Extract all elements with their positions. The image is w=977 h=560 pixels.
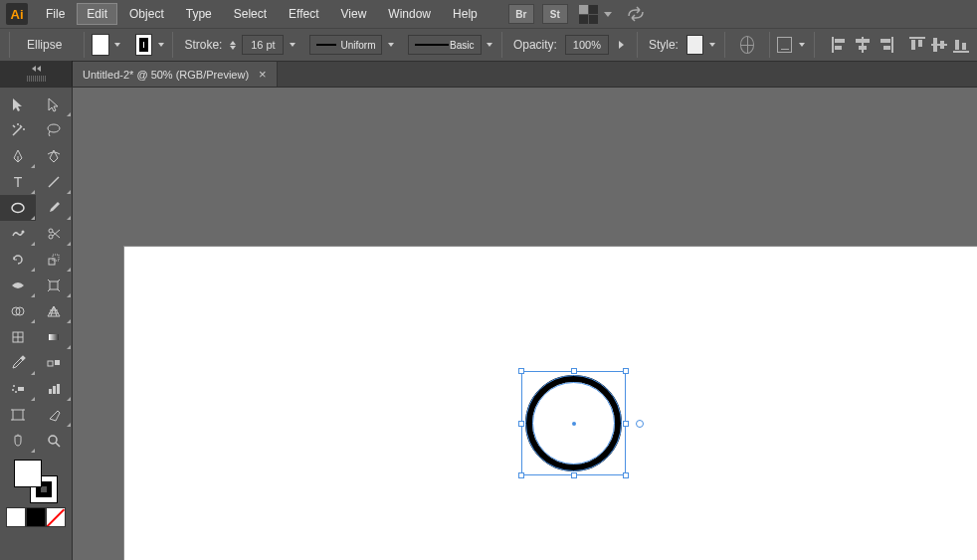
symbol-sprayer-tool[interactable]: [0, 376, 36, 402]
svg-point-19: [12, 389, 14, 391]
style-dropdown[interactable]: [707, 34, 716, 56]
column-graph-tool[interactable]: [36, 376, 72, 402]
fill-color-icon[interactable]: [14, 460, 42, 487]
menu-object[interactable]: Object: [119, 3, 174, 25]
rotate-handle[interactable]: [636, 420, 644, 428]
tab-title: Untitled-2* @ 50% (RGB/Preview): [83, 69, 249, 81]
svg-rect-15: [48, 361, 53, 366]
menu-type[interactable]: Type: [176, 3, 222, 25]
handle-mid-left[interactable]: [518, 421, 524, 427]
tab-close-button[interactable]: ×: [259, 67, 267, 82]
direct-selection-tool[interactable]: [36, 92, 72, 117]
handle-bot-right[interactable]: [623, 472, 629, 478]
menu-view[interactable]: View: [331, 3, 377, 25]
eyedropper-tool[interactable]: [0, 350, 36, 376]
line-tool[interactable]: [36, 169, 72, 195]
slice-tool[interactable]: [36, 402, 72, 428]
menu-edit[interactable]: Edit: [77, 3, 117, 25]
menu-select[interactable]: Select: [224, 3, 277, 25]
shaper-tool[interactable]: [0, 221, 36, 247]
width-tool[interactable]: [0, 273, 36, 298]
selection-center-icon: [572, 422, 576, 426]
svg-rect-14: [20, 355, 26, 361]
color-mode-gradient[interactable]: [26, 507, 46, 527]
rotate-tool[interactable]: [0, 247, 36, 273]
handle-mid-right[interactable]: [623, 421, 629, 427]
fill-dropdown[interactable]: [113, 34, 122, 56]
bridge-button[interactable]: Br: [508, 4, 534, 24]
recolor-artwork-icon[interactable]: [740, 36, 754, 54]
stroke-weight-dropdown[interactable]: [288, 34, 296, 56]
main-area: T: [0, 88, 977, 560]
stock-button[interactable]: St: [542, 4, 568, 24]
type-tool[interactable]: T: [0, 169, 36, 195]
document-setup-icon[interactable]: [777, 37, 791, 53]
align-bottom-icon[interactable]: [953, 37, 971, 53]
opacity-input[interactable]: [565, 35, 609, 55]
handle-top-mid[interactable]: [571, 368, 577, 374]
sync-settings-icon[interactable]: [626, 6, 646, 22]
selected-ellipse-object[interactable]: [521, 371, 626, 475]
ellipse-tool[interactable]: [0, 195, 36, 221]
lasso-tool[interactable]: [36, 117, 72, 143]
handle-top-left[interactable]: [518, 368, 524, 374]
pen-tool[interactable]: [0, 143, 36, 169]
handle-bot-mid[interactable]: [571, 472, 577, 478]
svg-rect-21: [49, 389, 52, 394]
align-panel: [832, 37, 971, 53]
gradient-tool[interactable]: [36, 324, 72, 350]
color-mode-solid[interactable]: [6, 507, 26, 527]
menu-file[interactable]: File: [36, 3, 75, 25]
doc-dropdown[interactable]: [798, 34, 807, 56]
fill-swatch[interactable]: [92, 34, 109, 56]
width-profile-dropdown[interactable]: [386, 34, 395, 56]
selected-tool-label: Ellipse: [17, 38, 77, 52]
scissors-tool[interactable]: [36, 221, 72, 247]
paintbrush-tool[interactable]: [36, 195, 72, 221]
brush-definition[interactable]: Basic: [408, 35, 481, 55]
zoom-tool[interactable]: [36, 428, 72, 454]
curvature-tool[interactable]: [36, 143, 72, 169]
free-transform-tool[interactable]: [36, 273, 72, 298]
scale-tool[interactable]: [36, 247, 72, 273]
canvas-viewport[interactable]: [73, 88, 977, 560]
stroke-swatch[interactable]: [135, 34, 153, 56]
stroke-dropdown[interactable]: [156, 34, 165, 56]
svg-rect-17: [18, 387, 24, 391]
mesh-tool[interactable]: [0, 324, 36, 350]
document-tab[interactable]: Untitled-2* @ 50% (RGB/Preview) ×: [73, 62, 278, 87]
color-mode-none[interactable]: [46, 507, 66, 527]
align-right-icon[interactable]: [876, 37, 893, 53]
stroke-weight-input[interactable]: [242, 35, 284, 55]
svg-point-4: [22, 231, 25, 234]
align-top-icon[interactable]: [909, 37, 927, 53]
brush-dropdown[interactable]: [486, 34, 494, 56]
panel-collapse-button[interactable]: [0, 61, 73, 87]
opacity-flyout-icon[interactable]: [619, 41, 624, 49]
blend-tool[interactable]: [36, 350, 72, 376]
handle-bot-left[interactable]: [518, 472, 524, 478]
arrange-documents-button[interactable]: [579, 5, 612, 24]
svg-point-18: [13, 385, 15, 387]
artboard-tool[interactable]: [0, 402, 36, 428]
shape-builder-tool[interactable]: [0, 298, 36, 324]
fill-stroke-control[interactable]: [14, 460, 58, 503]
svg-line-26: [56, 443, 60, 447]
document-tab-bar: Untitled-2* @ 50% (RGB/Preview) ×: [0, 62, 977, 88]
svg-rect-24: [13, 410, 23, 420]
menu-effect[interactable]: Effect: [279, 3, 328, 25]
align-vcenter-icon[interactable]: [931, 37, 949, 53]
svg-point-3: [12, 204, 24, 213]
align-left-icon[interactable]: [832, 37, 850, 53]
menu-window[interactable]: Window: [378, 3, 441, 25]
stroke-stepper[interactable]: [230, 41, 236, 50]
hand-tool[interactable]: [0, 428, 36, 454]
graphic-style-swatch[interactable]: [686, 35, 704, 55]
align-hcenter-icon[interactable]: [854, 37, 872, 53]
menu-help[interactable]: Help: [443, 3, 488, 25]
selection-tool[interactable]: [0, 92, 36, 117]
magic-wand-tool[interactable]: [0, 117, 36, 143]
perspective-grid-tool[interactable]: [36, 298, 72, 324]
handle-top-right[interactable]: [623, 368, 629, 374]
variable-width-profile[interactable]: Uniform: [309, 35, 382, 55]
